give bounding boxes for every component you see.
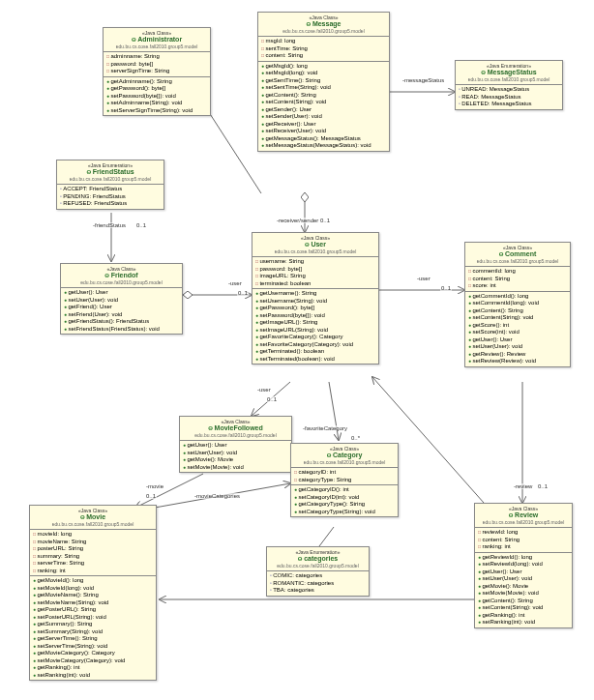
label-m01-4: 0..1: [440, 285, 452, 291]
label-m01: 0..1: [319, 218, 331, 223]
class-movieFollowed[interactable]: «Java Class» MovieFollowed edu.bu.cs.cos…: [179, 416, 292, 473]
label-user-2: -user: [416, 276, 431, 281]
label-favCategory: -favoriteCategory: [302, 425, 348, 431]
label-m01-3: 0..1: [237, 290, 249, 296]
label-friendStatus: -friendStatus: [92, 222, 127, 228]
label-m01-6: 0..1: [145, 493, 157, 499]
class-friendof[interactable]: «Java Class» Friendof edu.bu.cs.cose.fal…: [60, 263, 183, 335]
svg-line-7: [329, 382, 339, 440]
label-user-1: -user: [227, 280, 243, 286]
class-categories[interactable]: «Java Enumeration» categories edu.bu.cs.…: [266, 546, 370, 597]
class-friendStatus[interactable]: «Java Enumeration» FriendStatus edu.bu.c…: [56, 160, 164, 210]
label-movie: -movie: [145, 483, 164, 489]
class-administrator[interactable]: «Java Class» Administrator edu.bu.cs.cos…: [103, 27, 211, 116]
attributes: adminname: String password: byte[] serve…: [104, 52, 210, 77]
label-m01-7: 0..1: [537, 483, 549, 489]
class-review[interactable]: «Java Class» Review edu.bu.cs.cose.fall2…: [474, 503, 573, 628]
class-message[interactable]: «Java Class» Message edu.bu.cs.cose.fall…: [257, 12, 390, 152]
class-title: Administrator: [107, 36, 206, 44]
label-m01-2: 0..1: [135, 222, 147, 228]
svg-line-8: [319, 527, 334, 546]
class-movie[interactable]: «Java Class» Movie edu.bu.cs.cose.fall20…: [29, 505, 157, 681]
label-review: -review: [513, 483, 533, 489]
label-m01-5: 0..1: [266, 396, 278, 402]
class-user[interactable]: «Java Class» User edu.bu.cs.cose.fall201…: [252, 232, 379, 365]
svg-line-2: [205, 106, 261, 193]
operations: getAdminname(): String getPassword(): by…: [104, 77, 210, 116]
class-comment[interactable]: «Java Class» Comment edu.bu.cs.cose.fall…: [464, 242, 571, 367]
label-movieCategories: -movieCategories: [193, 493, 241, 499]
label-receiverSender: -receiver/sender: [276, 218, 319, 223]
svg-line-10: [135, 474, 203, 508]
label-messageStatus: -messageStatus: [401, 77, 445, 83]
package: edu.bu.cs.cose.fall2010.group5.model: [107, 44, 206, 49]
label-m0star: 0..*: [350, 435, 361, 441]
class-category[interactable]: «Java Class» Category edu.bu.cs.cose.fal…: [290, 443, 399, 517]
class-messageStatus[interactable]: «Java Enumeration» MessageStatus edu.bu.…: [455, 60, 563, 110]
label-user-3: -user: [256, 387, 272, 393]
